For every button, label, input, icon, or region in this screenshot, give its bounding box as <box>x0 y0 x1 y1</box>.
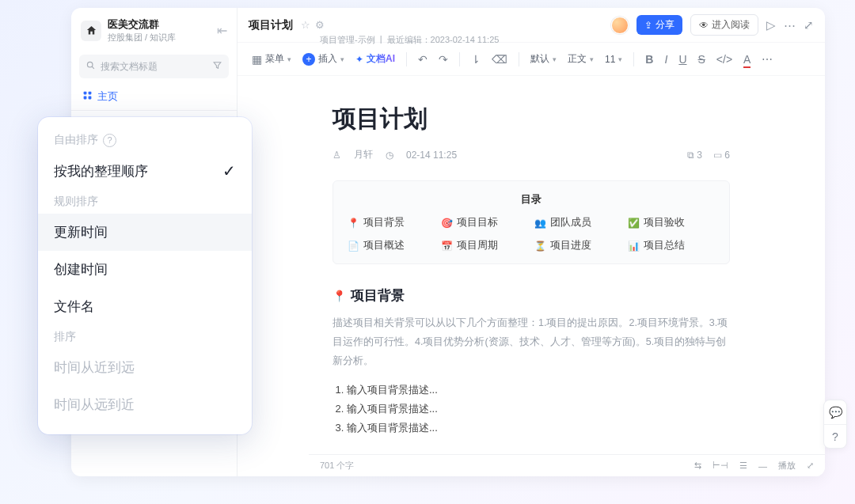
sort-option-my-order[interactable]: 按我的整理顺序 ✓ <box>38 152 252 190</box>
more-icon[interactable]: ⋯ <box>784 18 796 32</box>
sort-option-create-time[interactable]: 创建时间 <box>38 251 252 288</box>
chat-icon[interactable]: 💬 <box>824 400 846 424</box>
redo-icon[interactable]: ↷ <box>439 53 448 66</box>
breadcrumb: 项目管理-示例 | 最近编辑：2023-02-14 11:25 <box>320 34 499 46</box>
doc-ai-button[interactable]: ✦ 文档AI <box>355 52 395 66</box>
copy-icon: ⧉ <box>687 150 694 161</box>
menu-button[interactable]: ▦ 菜单▾ <box>252 52 291 66</box>
format-paint-icon[interactable]: ⇂ <box>471 53 481 66</box>
status-translate-icon[interactable]: ⇆ <box>694 460 701 471</box>
sort-popover: 自由排序 ? 按我的整理顺序 ✓ 规则排序 更新时间 创建时间 文件名 排序 时… <box>38 117 252 434</box>
document-body[interactable]: 项目计划 ♙ 月轩 ◷ 02-14 11:25 ⧉ 3 ▭ 6 目录 📍项目背景… <box>238 76 825 476</box>
status-bar: 701 个字 ⇆ ⊢⊣ ☰ — 播放 ⤢ <box>309 454 825 476</box>
help-icon[interactable]: ? <box>824 424 846 448</box>
paragraph-select[interactable]: 正文▾ <box>568 52 594 66</box>
star-icon[interactable]: ☆ <box>301 19 310 31</box>
share-icon: ⇪ <box>644 20 652 31</box>
clear-format-icon[interactable]: ⌫ <box>492 53 507 66</box>
expand-icon[interactable]: ⤢ <box>804 18 814 32</box>
grid-icon <box>82 90 93 103</box>
enter-reading-button[interactable]: 👁 进入阅读 <box>690 14 758 36</box>
chart-icon: 📊 <box>628 241 640 252</box>
fontsize-select[interactable]: 11▾ <box>605 54 622 65</box>
toc-item[interactable]: ⏳项目进度 <box>534 239 621 252</box>
sort-option-recent-first[interactable]: 时间从近到远 <box>38 349 252 386</box>
target-icon: 🎯 <box>441 218 453 229</box>
svg-line-1 <box>92 66 94 69</box>
insert-button[interactable]: + 插入▾ <box>302 52 344 66</box>
list-item[interactable]: 输入项目背景描述... <box>347 383 730 397</box>
toc-item[interactable]: 📅项目周期 <box>441 239 528 252</box>
floating-actions: 💬 ? <box>823 400 847 449</box>
search-icon <box>86 60 96 73</box>
status-expand-icon[interactable]: ⤢ <box>807 460 814 471</box>
filter-icon[interactable] <box>212 60 222 73</box>
sidebar-header: 医美交流群 控股集团 / 知识库 ⇤ <box>71 8 237 50</box>
toc-item[interactable]: 🎯项目目标 <box>441 216 528 229</box>
toc-title: 目录 <box>348 192 715 207</box>
section-list[interactable]: 输入项目背景描述... 输入项目背景描述... 输入项目背景描述... <box>332 383 730 435</box>
play-icon[interactable]: ▷ <box>766 18 776 32</box>
status-outline-icon[interactable]: ☰ <box>739 460 747 471</box>
status-play-label[interactable]: 播放 <box>778 460 796 472</box>
toc-item[interactable]: ✅项目验收 <box>628 216 715 229</box>
strike-icon[interactable]: S <box>698 53 705 66</box>
underline-icon[interactable]: U <box>678 53 686 66</box>
sort-option-oldest-first[interactable]: 时间从远到近 <box>38 386 252 423</box>
toc-grid: 📍项目背景 🎯项目目标 👥团队成员 ✅项目验收 📄项目概述 📅项目周期 ⏳项目进… <box>348 216 715 260</box>
toc-card: 目录 📍项目背景 🎯项目目标 👥团队成员 ✅项目验收 📄项目概述 📅项目周期 ⏳… <box>332 180 730 264</box>
help-icon[interactable]: ? <box>103 134 116 147</box>
doc-meta: ♙ 月轩 ◷ 02-14 11:25 ⧉ 3 ▭ 6 <box>332 148 730 161</box>
svg-point-0 <box>87 62 93 67</box>
workspace-icon[interactable] <box>81 21 101 41</box>
book-icon: ▭ <box>713 150 722 161</box>
toc-item[interactable]: 📄项目概述 <box>348 239 435 252</box>
doc-author: 月轩 <box>354 148 373 161</box>
popover-group-rule: 规则排序 <box>38 190 252 214</box>
list-item[interactable]: 输入项目背景描述... <box>347 402 730 416</box>
sidebar-home-label: 主页 <box>97 89 118 104</box>
status-width-icon[interactable]: ⊢⊣ <box>712 460 728 471</box>
page-title: 项目计划 <box>249 18 293 32</box>
team-icon: 👥 <box>534 218 546 229</box>
undo-icon[interactable]: ↶ <box>418 53 428 66</box>
popover-group-order: 排序 <box>38 325 252 349</box>
avatar[interactable] <box>611 17 629 34</box>
editor-toolbar: ▦ 菜单▾ + 插入▾ ✦ 文档AI ↶ ↷ ⇂ ⌫ 默认▾ 正文▾ 11▾ B… <box>238 43 825 76</box>
section-heading: 📍 项目背景 <box>332 286 730 305</box>
style-select[interactable]: 默认▾ <box>530 52 557 66</box>
doc-time: 02-14 11:25 <box>406 150 457 161</box>
sidebar-item-home[interactable]: 主页 <box>71 83 237 110</box>
hourglass-icon: ⏳ <box>534 241 546 252</box>
doc-icon: 📄 <box>348 241 359 252</box>
sort-option-update-time[interactable]: 更新时间 <box>38 214 252 251</box>
bold-icon[interactable]: B <box>645 53 653 66</box>
search-input[interactable]: 搜索文档标题 <box>79 55 229 78</box>
svg-rect-3 <box>89 92 92 95</box>
share-button[interactable]: ⇪ 分享 <box>636 15 682 35</box>
workspace-title: 医美交流群 <box>108 17 176 32</box>
separator <box>633 52 634 66</box>
popover-group-free: 自由排序 ? <box>38 128 252 152</box>
sparkle-icon: ✦ <box>355 54 363 65</box>
pin-icon: 📍 <box>348 218 359 229</box>
toc-item[interactable]: 📍项目背景 <box>348 216 435 229</box>
settings-icon[interactable]: ⚙ <box>315 19 325 31</box>
svg-rect-4 <box>84 97 87 100</box>
check-icon: ✓ <box>222 161 236 180</box>
plus-icon: + <box>302 53 315 66</box>
check-icon: ✅ <box>628 218 640 229</box>
sort-option-filename[interactable]: 文件名 <box>38 288 252 325</box>
separator <box>519 52 519 66</box>
section-description: 描述项目相关背景可以从以下几个方面整理：1.项目的提出原因。2.项目环境背景。3… <box>332 314 730 370</box>
list-item[interactable]: 输入项目背景描述... <box>347 421 730 435</box>
italic-icon[interactable]: I <box>664 53 667 66</box>
toc-item[interactable]: 👥团队成员 <box>534 216 621 229</box>
status-sep: — <box>758 461 767 471</box>
collapse-sidebar-icon[interactable]: ⇤ <box>217 23 227 38</box>
font-color-icon[interactable]: A <box>743 53 750 66</box>
toolbar-more-icon[interactable]: ⋯ <box>762 53 773 66</box>
toc-item[interactable]: 📊项目总结 <box>628 239 715 252</box>
search-placeholder: 搜索文档标题 <box>101 60 158 74</box>
code-icon[interactable]: </> <box>716 53 732 66</box>
